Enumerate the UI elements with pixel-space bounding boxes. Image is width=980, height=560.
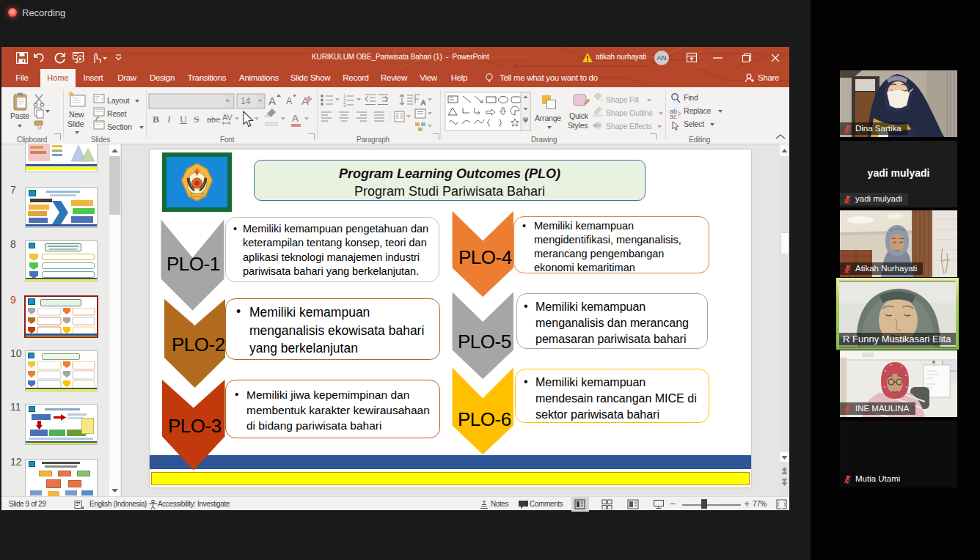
svg-text:14: 14 (241, 96, 251, 106)
svg-text:A: A (286, 96, 293, 106)
svg-text:ac: ac (670, 113, 677, 120)
svg-text:A: A (268, 95, 276, 107)
svg-text:3: 3 (343, 103, 346, 108)
svg-text:A: A (421, 99, 425, 106)
